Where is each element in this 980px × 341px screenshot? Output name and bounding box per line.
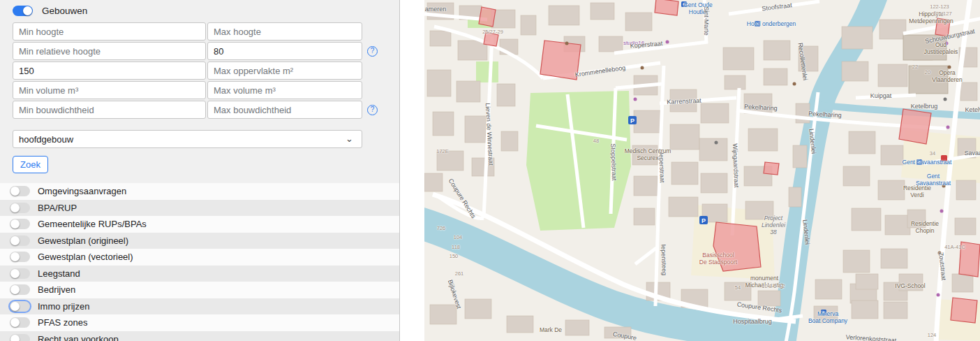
transit-stop-icon	[755, 21, 760, 27]
poi-dot	[793, 82, 796, 86]
toggle-knob	[10, 285, 20, 294]
min-volume-input[interactable]	[13, 81, 206, 99]
max-volume-input[interactable]	[207, 81, 362, 99]
toggle-knob	[10, 203, 20, 212]
toggle-knob	[10, 219, 20, 228]
parking-icon: P	[628, 116, 637, 124]
gebouwen-toggle[interactable]	[13, 6, 33, 16]
poi-dot	[565, 42, 569, 45]
poi-dot	[938, 252, 942, 255]
poi-dot	[641, 66, 644, 70]
layer-toggle[interactable]	[10, 235, 30, 246]
poi-dot	[940, 210, 944, 213]
parking-icon: P	[699, 216, 708, 224]
layer-label: Immo prijzen	[38, 301, 89, 312]
gebouwen-row: Gebouwen	[0, 0, 399, 22]
layer-row: Gewestplan (vectorieel)	[0, 249, 399, 266]
highlighted-building	[484, 32, 498, 46]
highlighted-building	[479, 7, 496, 27]
layer-label: BPA/RUP	[38, 203, 77, 213]
toggle-knob	[10, 335, 20, 341]
toggle-knob	[10, 302, 20, 311]
layer-toggle[interactable]	[10, 186, 30, 196]
layer-list: OmgevingsaanvragenBPA/RUPGemeentelijke R…	[0, 183, 399, 341]
layer-row: Immo prijzen	[0, 298, 399, 315]
highlighted-building	[959, 242, 980, 277]
poi-dot	[944, 98, 947, 101]
max-relatieve-hoogte-input[interactable]	[207, 42, 362, 60]
min-relatieve-hoogte-input[interactable]	[13, 42, 206, 60]
zoek-button[interactable]: Zoek	[13, 156, 48, 173]
highlighted-building	[713, 222, 761, 271]
layer-row: Gewestplan (origineel)	[0, 233, 399, 249]
layer-toggle[interactable]	[10, 252, 30, 262]
min-oppervlakte-input[interactable]	[13, 61, 206, 80]
layer-toggle[interactable]	[10, 284, 30, 295]
svg-text:P: P	[630, 117, 634, 124]
map-canvas[interactable]: P P amerenGent Oude HoutleiStoofstraatHi…	[424, 0, 980, 341]
poi-dot	[715, 141, 718, 145]
chevron-down-icon: ⌄	[346, 136, 353, 143]
highlighted-building	[764, 162, 779, 175]
toggle-knob	[10, 318, 20, 327]
highlighted-building	[935, 18, 950, 36]
toggle-knob	[23, 6, 32, 15]
gebouwtype-select[interactable]: hoofdgebouw ⌄	[13, 130, 362, 148]
help-icon[interactable]: ?	[367, 46, 378, 57]
layer-toggle[interactable]	[10, 268, 30, 279]
layer-toggle[interactable]	[10, 203, 30, 213]
layer-row: Gemeentelijke RUPs/BPAs	[0, 216, 399, 233]
transit-stop-icon	[916, 159, 922, 165]
poi-dot	[937, 293, 940, 297]
max-oppervlakte-input[interactable]	[207, 61, 362, 80]
help-icon[interactable]: ?	[367, 105, 378, 115]
layer-toggle[interactable]	[10, 334, 30, 341]
layer-row: Recht van voorkoop	[0, 331, 399, 341]
justitiepaleis-building	[903, 35, 946, 60]
poi-dot	[666, 41, 669, 44]
layer-label: Omgevingsaanvragen	[38, 186, 126, 196]
layer-label: Recht van voorkoop	[38, 334, 119, 341]
layer-label: Gewestplan (vectorieel)	[38, 252, 133, 262]
app: Gebouwen ? ?	[0, 0, 980, 341]
svg-text:P: P	[701, 217, 706, 224]
layer-label: Leegstand	[38, 268, 80, 279]
transit-stop-icon	[681, 1, 687, 7]
opera-building	[909, 66, 948, 94]
poi-dot	[634, 98, 637, 101]
gebouwen-label: Gebouwen	[42, 6, 87, 16]
layer-toggle[interactable]	[10, 219, 30, 229]
highlighted-building	[951, 298, 977, 323]
layer-row: Leegstand	[0, 266, 399, 282]
layer-toggle[interactable]	[10, 301, 30, 312]
layer-label: Gemeentelijke RUPs/BPAs	[38, 219, 147, 229]
layer-row: PFAS zones	[0, 314, 399, 331]
green-patch	[476, 61, 498, 82]
layer-row: BPA/RUP	[0, 200, 399, 217]
layer-row: Bedrijven	[0, 282, 399, 298]
gebouwtype-value: hoofdgebouw	[19, 134, 73, 145]
layer-label: PFAS zones	[38, 317, 88, 328]
layer-toggle[interactable]	[10, 317, 30, 328]
min-bouwdichtheid-input[interactable]	[13, 101, 206, 119]
filter-form: ? ? hoofdgebouw ⌄ Zoek	[0, 22, 399, 173]
min-hoogte-input[interactable]	[13, 22, 206, 41]
poi-dot	[946, 126, 950, 129]
highlighted-building	[899, 109, 931, 144]
highlighted-building	[540, 41, 581, 80]
map-svg: P P	[424, 0, 980, 341]
highlighted-building	[655, 0, 678, 15]
toggle-knob	[10, 236, 20, 245]
red-marker-icon	[941, 155, 947, 161]
poi-dot	[945, 42, 949, 45]
poi-dot	[942, 184, 946, 188]
filter-sidebar: Gebouwen ? ?	[0, 0, 400, 341]
layer-label: Bedrijven	[38, 284, 75, 295]
max-hoogte-input[interactable]	[207, 22, 362, 41]
layer-label: Gewestplan (origineel)	[38, 235, 128, 246]
toggle-knob	[10, 269, 20, 278]
panel-map-gap	[400, 0, 424, 341]
poi-dot	[948, 66, 951, 69]
toggle-knob	[10, 252, 20, 261]
max-bouwdichtheid-input[interactable]	[207, 101, 362, 119]
